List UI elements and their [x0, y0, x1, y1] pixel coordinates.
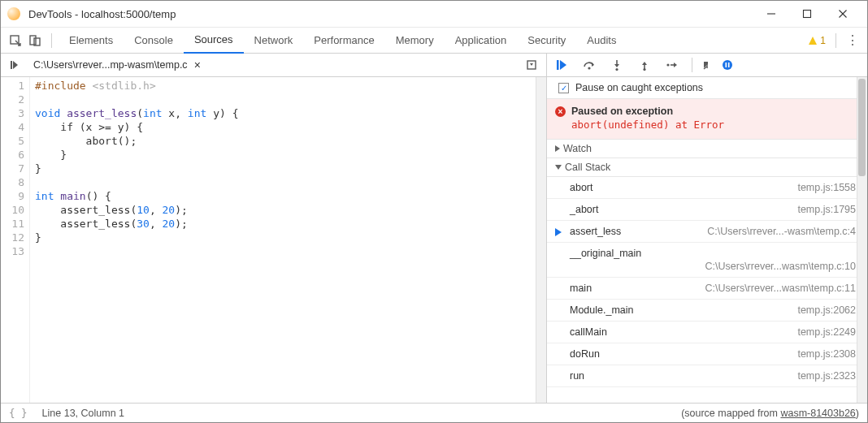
callstack-frame[interactable]: callMaintemp.js:2249	[547, 322, 867, 343]
callstack-frame[interactable]: __original_mainC:\Users\rrever...wasm\te…	[547, 243, 867, 278]
code-line[interactable]	[35, 244, 546, 258]
deactivate-breakpoints-button[interactable]	[692, 58, 708, 72]
frame-location[interactable]: C:\Users\rrever...-wasm\temp.c:4	[707, 226, 856, 237]
tab-network[interactable]: Network	[244, 28, 304, 54]
code-editor-pane: 12345678910111213 #include <stdlib.h>voi…	[1, 77, 547, 403]
code-line[interactable]: assert_less(30, 20);	[35, 217, 546, 231]
svg-rect-9	[557, 60, 559, 70]
expanded-icon	[555, 165, 562, 170]
code-editor[interactable]: 12345678910111213 #include <stdlib.h>voi…	[1, 77, 546, 403]
step-button[interactable]	[664, 57, 680, 73]
code-line[interactable]: }	[35, 231, 546, 244]
code-line[interactable]: abort();	[35, 134, 546, 148]
line-number[interactable]: 10	[1, 203, 24, 217]
tab-security[interactable]: Security	[517, 28, 576, 54]
step-over-button[interactable]	[581, 57, 597, 73]
line-number[interactable]: 1	[1, 79, 24, 93]
frame-location[interactable]: C:\Users\rrever...wasm\temp.c:10	[570, 261, 856, 272]
tab-memory[interactable]: Memory	[385, 28, 445, 54]
tab-application[interactable]: Application	[445, 28, 518, 54]
line-number[interactable]: 11	[1, 217, 24, 231]
tab-elements[interactable]: Elements	[59, 28, 124, 54]
pretty-print-icon[interactable]: { }	[9, 407, 28, 419]
code-line[interactable]: #include <stdlib.h>	[35, 79, 546, 93]
callstack-frame[interactable]: Module._maintemp.js:2062	[547, 300, 867, 322]
svg-point-18	[723, 60, 732, 70]
watch-section-header[interactable]: Watch	[547, 140, 867, 158]
code-line[interactable]: }	[35, 148, 546, 162]
line-number[interactable]: 13	[1, 244, 24, 258]
frame-location[interactable]: temp.js:1558	[797, 182, 856, 193]
code-line[interactable]: assert_less(10, 20);	[35, 203, 546, 217]
line-gutter: 12345678910111213	[1, 77, 30, 403]
pause-on-caught-row[interactable]: ✓ Pause on caught exceptions	[547, 77, 867, 99]
resume-button[interactable]	[553, 57, 570, 73]
code-content[interactable]: #include <stdlib.h>void assert_less(int …	[30, 77, 546, 403]
window-minimize-button[interactable]	[753, 1, 789, 28]
callstack-section-header[interactable]: Call Stack	[547, 158, 867, 177]
frame-function: main	[570, 283, 592, 294]
warning-icon	[808, 36, 818, 45]
pause-on-exceptions-button[interactable]	[719, 57, 736, 73]
tab-performance[interactable]: Performance	[303, 28, 384, 54]
callstack-frame[interactable]: runtemp.js:2323	[547, 365, 867, 387]
debugger-pane: ✓ Pause on caught exceptions × Paused on…	[547, 77, 867, 403]
frame-location[interactable]: temp.js:2062	[797, 304, 856, 316]
svg-point-14	[643, 68, 645, 71]
paused-title: Paused on exception	[571, 106, 856, 117]
editor-scrollbar[interactable]	[536, 77, 546, 403]
more-tabs-icon[interactable]	[523, 57, 540, 73]
window-close-button[interactable]	[825, 1, 861, 28]
callstack-frame[interactable]: _aborttemp.js:1795	[547, 199, 867, 221]
line-number[interactable]: 7	[1, 162, 24, 175]
line-number[interactable]: 9	[1, 189, 24, 203]
tab-sources[interactable]: Sources	[184, 28, 244, 54]
line-number[interactable]: 8	[1, 175, 24, 189]
pause-on-caught-label: Pause on caught exceptions	[575, 82, 703, 93]
divider	[835, 33, 836, 48]
line-number[interactable]: 5	[1, 134, 24, 148]
frame-location[interactable]: temp.js:2308	[797, 348, 856, 360]
line-number[interactable]: 4	[1, 120, 24, 134]
step-into-button[interactable]	[609, 57, 625, 73]
line-number[interactable]: 6	[1, 148, 24, 162]
frame-location[interactable]: temp.js:2249	[797, 326, 856, 338]
svg-rect-7	[11, 61, 12, 69]
debugger-scrollbar[interactable]	[857, 77, 867, 403]
step-out-button[interactable]	[636, 57, 653, 73]
callstack-label: Call Stack	[565, 162, 610, 173]
code-line[interactable]: if (x >= y) {	[35, 120, 546, 134]
device-toolbar-icon[interactable]	[25, 31, 45, 50]
show-navigator-icon[interactable]	[7, 57, 24, 73]
code-line[interactable]: void assert_less(int x, int y) {	[35, 106, 546, 120]
inspect-element-icon[interactable]	[6, 31, 25, 50]
warnings-badge[interactable]: 1	[808, 35, 826, 46]
more-menu-icon[interactable]: ⋮	[843, 31, 862, 50]
close-file-icon[interactable]: ×	[194, 58, 201, 71]
callstack-frame[interactable]: mainC:\Users\rrever...wasm\temp.c:11	[547, 278, 867, 300]
open-file-tab[interactable]: C:\Users\rrever...mp-wasm\temp.c ×	[28, 54, 206, 76]
scrollbar-thumb[interactable]	[858, 79, 866, 176]
tab-audits[interactable]: Audits	[576, 28, 627, 54]
line-number[interactable]: 3	[1, 106, 24, 120]
callstack-frame[interactable]: doRuntemp.js:2308	[547, 343, 867, 365]
callstack-frame[interactable]: aborttemp.js:1558	[547, 177, 867, 199]
checkbox-checked-icon[interactable]: ✓	[558, 83, 569, 93]
frame-location[interactable]: temp.js:2323	[797, 370, 856, 382]
tab-console[interactable]: Console	[124, 28, 184, 54]
warning-count: 1	[820, 35, 826, 46]
code-line[interactable]	[35, 93, 546, 106]
line-number[interactable]: 2	[1, 93, 24, 106]
frame-location[interactable]: temp.js:1795	[797, 204, 856, 215]
devtools-window: DevTools - localhost:5000/temp ElementsC…	[0, 0, 868, 423]
code-line[interactable]: }	[35, 162, 546, 175]
code-line[interactable]	[35, 175, 546, 189]
frame-function: abort	[570, 182, 593, 193]
callstack-frame[interactable]: assert_lessC:\Users\rrever...-wasm\temp.…	[547, 221, 867, 243]
window-maximize-button[interactable]	[789, 1, 825, 28]
line-number[interactable]: 12	[1, 231, 24, 244]
source-map-link[interactable]: wasm-81403b26	[780, 408, 855, 419]
frame-location[interactable]: C:\Users\rrever...wasm\temp.c:11	[705, 283, 856, 294]
svg-point-10	[588, 67, 590, 69]
code-line[interactable]: int main() {	[35, 189, 546, 203]
